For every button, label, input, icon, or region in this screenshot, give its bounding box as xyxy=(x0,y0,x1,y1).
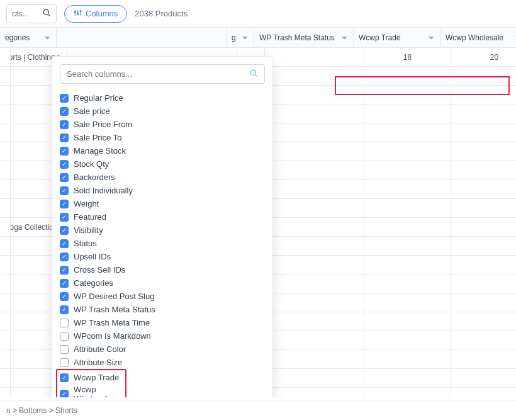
column-option[interactable]: Cross Sell IDs xyxy=(60,263,265,276)
cell-trash[interactable] xyxy=(265,105,364,123)
checkbox-icon[interactable] xyxy=(60,173,69,182)
column-option[interactable]: Attribute Color xyxy=(60,343,265,356)
cell-wholesale[interactable] xyxy=(451,331,516,349)
checkbox-icon[interactable] xyxy=(60,292,69,301)
cell-trade[interactable] xyxy=(364,67,451,85)
cell-trash[interactable] xyxy=(265,180,364,198)
cell-trade[interactable] xyxy=(364,350,451,368)
column-header-trade[interactable]: Wcwp Trade ⏷ xyxy=(354,28,440,47)
cell-trade[interactable] xyxy=(364,180,451,198)
column-header-categories[interactable]: egories ⏷ xyxy=(0,28,57,47)
cell-trash[interactable] xyxy=(265,331,364,349)
cell-trade[interactable] xyxy=(364,86,451,104)
cell-trade[interactable] xyxy=(364,331,451,349)
column-option[interactable]: WPcom Is Markdown xyxy=(60,329,265,343)
columns-button[interactable]: Columns xyxy=(64,5,127,23)
checkbox-icon[interactable] xyxy=(60,390,69,397)
checkbox-icon[interactable] xyxy=(60,332,69,341)
column-option[interactable]: Regular Price xyxy=(60,91,265,105)
cell-trash[interactable] xyxy=(265,388,364,397)
cell-wholesale[interactable] xyxy=(451,161,516,179)
column-option[interactable]: Backorders xyxy=(60,171,265,184)
column-header-trash[interactable]: WP Trash Meta Status ⏷ xyxy=(254,28,354,47)
column-option[interactable]: Stock Qty xyxy=(60,157,265,171)
cell-trade[interactable] xyxy=(364,293,451,312)
cell-trash[interactable] xyxy=(265,256,364,274)
checkbox-icon[interactable] xyxy=(60,319,69,327)
cell-wholesale[interactable] xyxy=(451,312,516,331)
checkbox-icon[interactable] xyxy=(60,133,69,142)
cell-wholesale[interactable] xyxy=(451,105,516,123)
cell-wholesale[interactable]: 20 xyxy=(451,48,516,66)
column-option[interactable]: Attribute Size xyxy=(60,356,265,369)
cell-trash[interactable] xyxy=(265,275,364,293)
checkbox-icon[interactable] xyxy=(60,160,69,169)
column-option[interactable]: WP Trash Meta Time xyxy=(60,316,265,329)
cell-wholesale[interactable] xyxy=(451,180,516,198)
cell-wholesale[interactable] xyxy=(451,218,516,236)
cell-wholesale[interactable] xyxy=(451,237,516,255)
filter-icon[interactable]: ⏷ xyxy=(44,34,51,42)
checkbox-icon[interactable] xyxy=(60,120,69,129)
checkbox-icon[interactable] xyxy=(60,200,69,208)
column-option[interactable]: Featured xyxy=(60,210,265,224)
cell-trash[interactable] xyxy=(265,199,364,217)
cell-trash[interactable] xyxy=(265,218,364,236)
checkbox-icon[interactable] xyxy=(60,373,69,382)
cell-trash[interactable] xyxy=(265,123,364,142)
column-option[interactable]: Sale Price To xyxy=(60,131,265,144)
checkbox-icon[interactable] xyxy=(60,345,69,354)
filter-icon[interactable]: ⏷ xyxy=(341,34,348,42)
column-search[interactable] xyxy=(60,64,265,84)
column-option[interactable]: Visibility xyxy=(60,224,265,237)
column-option[interactable]: Wcwp Wholesale xyxy=(60,383,123,397)
cell-trade[interactable] xyxy=(364,199,451,217)
filter-icon[interactable]: ⏷ xyxy=(242,34,249,42)
cell-trash[interactable] xyxy=(265,142,364,161)
column-option[interactable]: Wcwp Trade xyxy=(60,372,123,383)
checkbox-icon[interactable] xyxy=(60,279,69,288)
column-option[interactable]: WP Desired Post Slug xyxy=(60,290,265,303)
cell-trade[interactable] xyxy=(364,123,451,142)
product-search[interactable] xyxy=(6,4,57,23)
filter-icon[interactable]: ⏷ xyxy=(428,34,435,42)
cell-trash[interactable] xyxy=(265,369,364,387)
column-option[interactable]: WP Trash Meta Status xyxy=(60,303,265,316)
cell-trade[interactable] xyxy=(364,275,451,293)
checkbox-icon[interactable] xyxy=(60,253,69,261)
column-header-g[interactable]: g ⏷ xyxy=(227,28,254,47)
checkbox-icon[interactable] xyxy=(60,226,69,235)
cell-trade[interactable] xyxy=(364,369,451,387)
cell-trade[interactable] xyxy=(364,161,451,179)
column-option[interactable]: Sale Price From xyxy=(60,118,265,131)
checkbox-icon[interactable] xyxy=(60,147,69,156)
checkbox-icon[interactable] xyxy=(60,107,69,116)
cell-trade[interactable] xyxy=(364,142,451,161)
column-option[interactable]: Weight xyxy=(60,197,265,210)
cell-wholesale[interactable] xyxy=(451,256,516,274)
cell-trade[interactable] xyxy=(364,388,451,397)
cell-trade[interactable] xyxy=(364,256,451,274)
cell-wholesale[interactable] xyxy=(451,142,516,161)
cell-trash[interactable] xyxy=(265,350,364,368)
cell-trade[interactable] xyxy=(364,312,451,331)
cell-trade[interactable] xyxy=(364,218,451,236)
checkbox-icon[interactable] xyxy=(60,94,69,103)
cell-wholesale[interactable] xyxy=(451,67,516,85)
cell-trash[interactable] xyxy=(265,86,364,104)
checkbox-icon[interactable] xyxy=(60,239,69,248)
cell-wholesale[interactable] xyxy=(451,350,516,368)
product-search-input[interactable] xyxy=(12,9,42,18)
cell-trade[interactable] xyxy=(364,105,451,123)
cell-trash[interactable] xyxy=(265,312,364,331)
column-option[interactable]: Status xyxy=(60,237,265,250)
checkbox-icon[interactable] xyxy=(60,266,69,275)
checkbox-icon[interactable] xyxy=(60,358,69,367)
column-search-input[interactable] xyxy=(67,69,249,79)
cell-trash[interactable] xyxy=(265,161,364,179)
cell-trade[interactable]: 18 xyxy=(364,48,451,66)
cell-wholesale[interactable] xyxy=(451,388,516,397)
column-option[interactable]: Sale price xyxy=(60,105,265,118)
cell-trash[interactable] xyxy=(265,237,364,255)
column-option[interactable]: Manage Stock xyxy=(60,144,265,157)
